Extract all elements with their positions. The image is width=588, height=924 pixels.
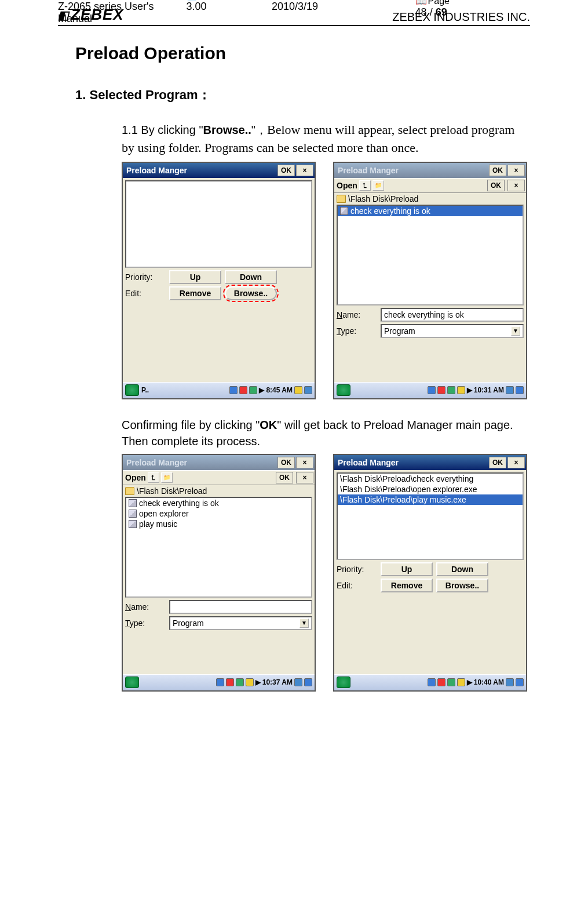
page-current: 48 (415, 6, 427, 18)
footer-subject-value: Z-2065 series User's Manual (58, 1, 186, 25)
page-total: 69 (436, 6, 447, 18)
footer-page-value: 48 / 69 (415, 6, 472, 19)
footer-date-value: 2010/3/19 (272, 1, 357, 13)
page-sep: / (427, 6, 436, 18)
footer-page-header: 📖Page (415, 0, 472, 6)
book-icon: 📖 (415, 0, 427, 6)
footer-version-value: 3.00 (186, 1, 272, 13)
page-footer: 📁Subject Z-2065 series User's Manual 📄Ve… (58, 0, 530, 914)
